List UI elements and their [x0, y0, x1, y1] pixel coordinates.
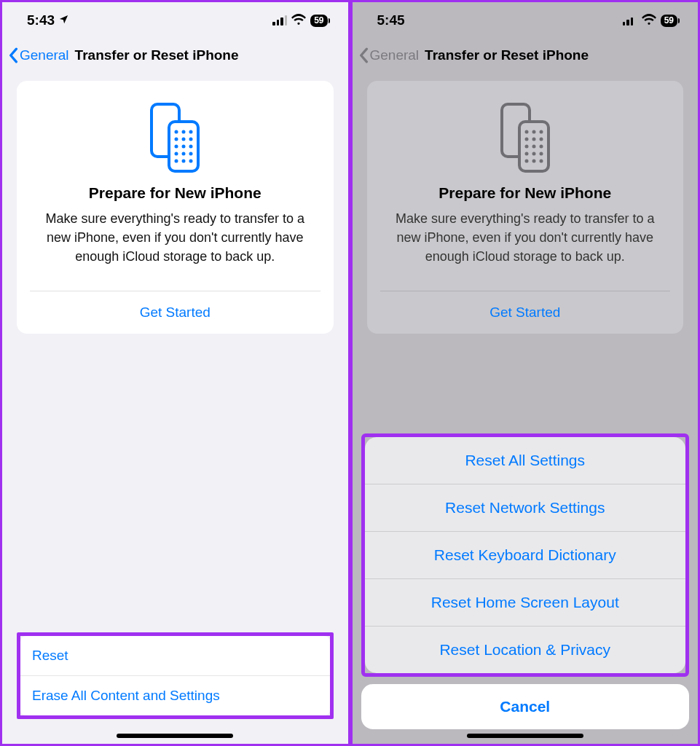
highlighted-region: Reset Erase All Content and Settings [17, 632, 334, 719]
svg-point-22 [524, 138, 528, 141]
reset-all-settings-button[interactable]: Reset All Settings [365, 437, 686, 484]
status-bar: 5:45 59 [353, 2, 699, 39]
wifi-icon [291, 12, 306, 28]
svg-point-7 [189, 138, 193, 141]
nav-bar: General Transfer or Reset iPhone [353, 39, 699, 72]
nav-bar: General Transfer or Reset iPhone [2, 39, 348, 72]
card-description: Make sure everything's ready to transfer… [380, 209, 671, 266]
action-sheet: Reset All Settings Reset Network Setting… [361, 433, 690, 729]
svg-point-28 [524, 152, 528, 156]
chevron-left-icon [8, 47, 18, 63]
svg-point-3 [182, 130, 186, 134]
reset-button[interactable]: Reset [20, 636, 330, 676]
status-bar: 5:43 59 [2, 2, 348, 39]
svg-point-15 [182, 160, 186, 163]
battery-icon: 59 [661, 15, 677, 27]
reset-home-screen-layout-button[interactable]: Reset Home Screen Layout [365, 579, 686, 627]
left-screenshot: 5:43 59 General Transfer or Reset iPhone [0, 0, 350, 746]
chevron-left-icon [358, 47, 369, 63]
svg-point-24 [539, 138, 543, 141]
back-label: General [20, 47, 69, 63]
back-button[interactable]: General [8, 47, 69, 63]
back-label: General [370, 47, 420, 63]
battery-icon: 59 [310, 15, 327, 27]
svg-point-25 [524, 145, 528, 149]
reset-keyboard-dictionary-button[interactable]: Reset Keyboard Dictionary [365, 532, 686, 579]
status-time: 5:45 [377, 12, 405, 28]
back-button[interactable]: General [358, 47, 420, 63]
svg-point-27 [539, 145, 543, 149]
cancel-button[interactable]: Cancel [361, 684, 690, 729]
svg-point-6 [182, 138, 186, 141]
page-title: Transfer or Reset iPhone [425, 47, 589, 63]
svg-point-5 [175, 138, 178, 141]
svg-point-33 [539, 160, 543, 163]
svg-point-4 [189, 130, 193, 134]
svg-point-32 [532, 160, 535, 163]
svg-point-16 [189, 160, 193, 163]
location-icon [58, 12, 69, 28]
svg-point-19 [524, 130, 528, 134]
home-indicator[interactable] [467, 734, 583, 738]
erase-all-button[interactable]: Erase All Content and Settings [20, 676, 330, 715]
home-indicator[interactable] [117, 734, 233, 738]
right-screenshot: 5:45 59 General Transfer or Reset iPhone [350, 0, 701, 746]
svg-point-9 [182, 145, 186, 149]
reset-network-settings-button[interactable]: Reset Network Settings [365, 484, 686, 532]
prepare-card: Prepare for New iPhone Make sure everyth… [367, 81, 684, 334]
svg-point-2 [175, 130, 178, 134]
reset-location-privacy-button[interactable]: Reset Location & Privacy [365, 627, 686, 673]
page-title: Transfer or Reset iPhone [75, 47, 239, 63]
wifi-icon [642, 12, 656, 28]
status-time: 5:43 [27, 12, 55, 28]
svg-point-31 [524, 160, 528, 163]
phones-icon [30, 97, 320, 184]
svg-point-11 [175, 152, 178, 156]
card-title: Prepare for New iPhone [30, 184, 320, 202]
svg-point-23 [532, 138, 535, 141]
svg-point-12 [182, 152, 186, 156]
highlighted-region: Reset All Settings Reset Network Setting… [361, 433, 690, 677]
get-started-button[interactable]: Get Started [30, 291, 320, 334]
card-title: Prepare for New iPhone [380, 184, 671, 202]
svg-point-20 [532, 130, 535, 134]
svg-point-30 [539, 152, 543, 156]
cellular-icon [623, 15, 637, 25]
svg-point-13 [189, 152, 193, 156]
svg-point-29 [532, 152, 535, 156]
card-description: Make sure everything's ready to transfer… [30, 209, 320, 266]
svg-point-10 [189, 145, 193, 149]
prepare-card: Prepare for New iPhone Make sure everyth… [17, 81, 334, 334]
cellular-icon [272, 15, 287, 25]
svg-point-14 [175, 160, 178, 163]
svg-point-26 [532, 145, 535, 149]
get-started-button[interactable]: Get Started [380, 291, 671, 334]
svg-point-21 [539, 130, 543, 134]
svg-point-8 [175, 145, 178, 149]
phones-icon [380, 97, 671, 184]
